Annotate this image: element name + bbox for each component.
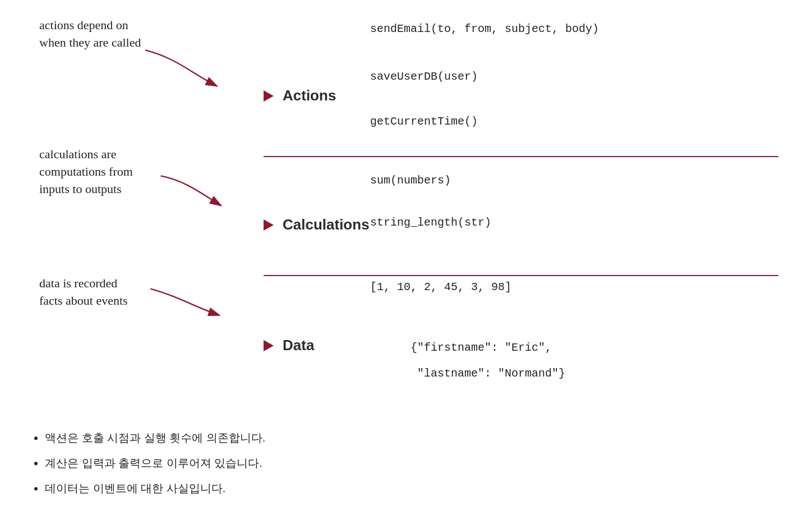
data-annotation: data is recorded facts about events [39, 275, 128, 310]
code-strlen: string_length(str) [370, 216, 491, 229]
divider-calculations-data [264, 275, 778, 276]
code-object: {"firstname": "Eric", "lastname": "Norma… [370, 328, 565, 393]
code-get-time: getCurrentTime() [370, 115, 478, 128]
code-save-user: saveUserDB(user) [370, 70, 478, 83]
calculations-arrow-icon [264, 219, 274, 231]
actions-arrow-icon [264, 90, 274, 102]
calculations-label: Calculations [264, 216, 370, 233]
code-send-email: sendEmail(to, from, subject, body) [370, 22, 599, 35]
calculations-annotation: calculations are computations from input… [39, 146, 133, 198]
code-array: [1, 10, 2, 45, 3, 98] [370, 281, 511, 293]
divider-actions-calculations [264, 156, 778, 157]
data-label: Data [264, 337, 314, 354]
actions-annotation: actions depend on when they are called [39, 17, 141, 52]
code-sum: sum(numbers) [370, 174, 451, 187]
annotations-panel: actions depend on when they are called c… [34, 17, 247, 376]
diagram-panel: sendEmail(to, from, subject, body) saveU… [247, 17, 778, 376]
bullet-item-2: 계산은 입력과 출력으로 이루어져 있습니다. [45, 456, 265, 471]
actions-label: Actions [264, 87, 336, 104]
bullet-item-1: 액션은 호출 시점과 실행 횟수에 의존합니다. [45, 430, 265, 446]
bullet-item-3: 데이터는 이벤트에 대한 사실입니다. [45, 481, 265, 496]
bullet-list: 액션은 호출 시점과 실행 횟수에 의존합니다. 계산은 입력과 출력으로 이루… [34, 430, 265, 506]
data-arrow-icon [264, 340, 274, 351]
